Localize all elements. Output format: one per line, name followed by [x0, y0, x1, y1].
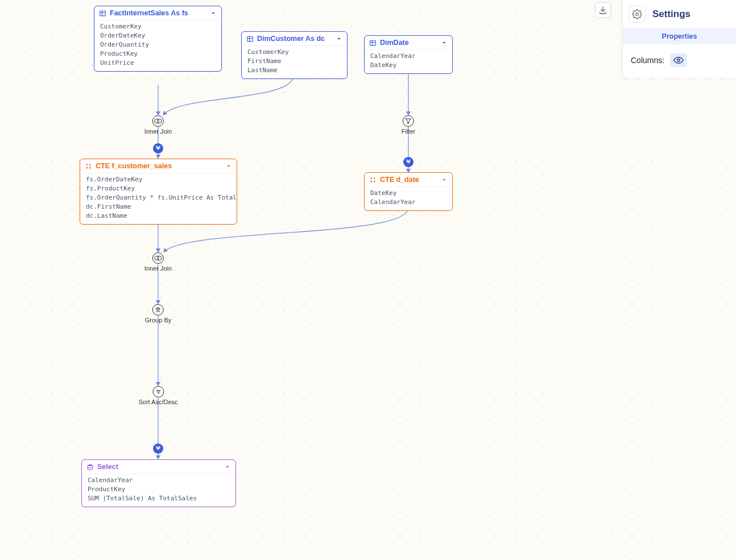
op-label: Group By: [145, 317, 171, 323]
node-title: DimCustomer As dc: [257, 35, 325, 43]
column-name: fs.ProductKey: [86, 184, 231, 193]
op-filter[interactable]: Filter: [402, 115, 415, 135]
collapse-icon[interactable]: [210, 10, 217, 16]
column-name: CustomerKey: [100, 22, 216, 31]
node-title: DimDate: [380, 39, 409, 47]
node-title: FactInternetSales As fs: [110, 9, 188, 17]
svg-point-9: [86, 164, 88, 165]
column-name: SUM (TotalSale) As TotalSales: [88, 494, 230, 503]
node-dim-customer[interactable]: DimCustomer As dc CustomerKey FirstName …: [241, 31, 348, 79]
column-name: CalendarYear: [88, 476, 230, 485]
svg-point-13: [370, 177, 372, 179]
node-title: CTE f_customer_sales: [96, 162, 172, 170]
collapse-icon[interactable]: [441, 39, 448, 46]
op-sort[interactable]: Sort Asc/Desc: [138, 386, 177, 405]
table-icon: [99, 10, 106, 17]
collapse-icon[interactable]: [336, 35, 342, 42]
op-group-by[interactable]: Group By: [145, 304, 171, 323]
svg-rect-6: [370, 40, 376, 45]
column-name: CalendarYear: [370, 52, 446, 61]
column-name: ProductKey: [88, 485, 230, 494]
svg-point-15: [370, 180, 372, 182]
svg-rect-0: [100, 11, 106, 16]
gear-icon: [632, 9, 642, 19]
collapse-icon[interactable]: [224, 463, 231, 470]
column-name: CustomerKey: [247, 48, 341, 57]
cte-icon: [369, 176, 377, 184]
collapse-icon[interactable]: [441, 176, 448, 183]
panel-title: Settings: [652, 9, 690, 20]
columns-label: Columns:: [631, 56, 664, 65]
sort-icon: [155, 388, 162, 395]
column-name: UnitPrice: [100, 59, 216, 68]
column-name: fs.OrderDateKey: [86, 175, 231, 184]
svg-point-12: [89, 167, 91, 168]
op-inner-join-2[interactable]: Inner Join: [144, 252, 172, 272]
svg-rect-3: [247, 36, 253, 42]
column-name: OrderQuantity: [100, 40, 216, 49]
svg-point-17: [88, 464, 93, 466]
column-name: FirstName: [247, 57, 341, 66]
node-fact-internet-sales[interactable]: FactInternetSales As fs CustomerKey Orde…: [94, 6, 222, 72]
toggle-columns-visibility[interactable]: [670, 53, 687, 67]
node-title: CTE d_date: [380, 176, 419, 184]
flow-marker-icon: [403, 157, 414, 167]
filter-icon: [405, 118, 412, 125]
flow-marker-icon: [153, 443, 163, 454]
svg-point-14: [374, 177, 375, 179]
svg-point-16: [374, 180, 375, 182]
tab-properties[interactable]: Properties: [623, 28, 736, 44]
settings-button[interactable]: [629, 6, 646, 23]
op-label: Inner Join: [144, 265, 172, 272]
cte-icon: [85, 163, 92, 170]
column-name: dc.FirstName: [86, 202, 231, 211]
node-dim-date[interactable]: DimDate CalendarYear DateKey: [364, 35, 453, 74]
collapse-icon[interactable]: [225, 163, 232, 169]
node-select[interactable]: Select CalendarYear ProductKey SUM (Tota…: [81, 459, 236, 507]
table-icon: [246, 35, 254, 43]
svg-point-10: [89, 164, 91, 165]
join-icon: [154, 255, 162, 261]
column-name: OrderDateKey: [100, 31, 216, 40]
column-name: ProductKey: [100, 49, 216, 59]
node-title: Select: [97, 463, 118, 471]
node-cte-customer-sales[interactable]: CTE f_customer_sales fs.OrderDateKey fs.…: [80, 159, 237, 225]
column-name: LastName: [247, 66, 341, 75]
query-canvas[interactable]: FactInternetSales As fs CustomerKey Orde…: [0, 0, 736, 560]
svg-point-11: [86, 167, 88, 168]
groupby-icon: [155, 306, 162, 313]
op-inner-join-1[interactable]: Inner Join: [144, 115, 172, 135]
svg-point-19: [158, 119, 162, 123]
svg-point-29: [677, 59, 680, 62]
column-name: CalendarYear: [370, 198, 446, 207]
column-name: DateKey: [370, 61, 446, 70]
column-name: dc.LastName: [86, 211, 231, 221]
join-icon: [154, 118, 162, 124]
node-cte-d-date[interactable]: CTE d_date DateKey CalendarYear: [364, 172, 453, 211]
op-label: Filter: [402, 128, 415, 135]
svg-point-28: [636, 13, 639, 16]
export-button[interactable]: [595, 2, 611, 18]
settings-panel: Settings Properties Columns:: [622, 0, 736, 77]
op-label: Sort Asc/Desc: [138, 399, 177, 405]
column-name: fs.OrderQuantity * fs.UnitPrice As Total…: [86, 193, 231, 202]
svg-point-22: [158, 256, 162, 260]
flow-marker-icon: [153, 143, 163, 154]
column-name: DateKey: [370, 189, 446, 198]
table-icon: [369, 39, 377, 47]
download-icon: [598, 6, 607, 15]
eye-icon: [673, 55, 684, 65]
op-label: Inner Join: [144, 128, 172, 135]
svg-marker-20: [406, 119, 411, 124]
select-icon: [86, 463, 94, 471]
